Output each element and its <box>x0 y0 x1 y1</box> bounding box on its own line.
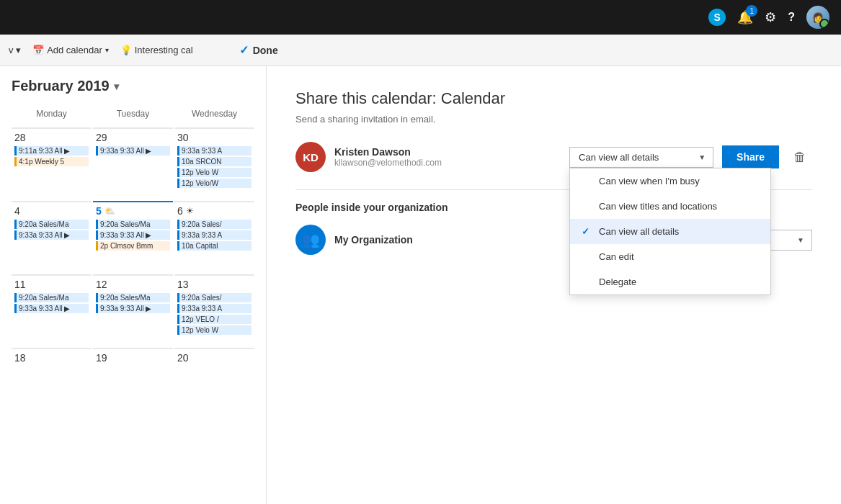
help-icon[interactable]: ? <box>788 11 795 24</box>
check-empty <box>582 251 593 262</box>
settings-icon[interactable]: ⚙ <box>765 9 776 25</box>
cal-cell-20[interactable]: 20 <box>174 348 254 413</box>
org-icon: 👥 <box>302 231 320 248</box>
cal-date-29: 29 <box>96 132 170 143</box>
person-avatar: KD <box>295 142 326 172</box>
dropdown-trigger[interactable]: Can view all details <box>569 147 713 168</box>
top-bar: S 🔔 1 ⚙ ? 👩 <box>0 0 841 35</box>
option-label-1: Can view titles and locations <box>599 201 717 212</box>
done-button[interactable]: ✓ Done <box>233 40 284 60</box>
cal-cell-18[interactable]: 18 <box>12 348 92 413</box>
month-chevron-icon: ▾ <box>114 81 119 92</box>
cal-event: 9:33a 9:33 All ▶ <box>14 304 89 313</box>
interesting-cal-button[interactable]: 💡 Interesting cal <box>120 45 193 55</box>
cal-event: 9:33a 9:33 A <box>177 304 252 313</box>
calendar-week-3: 11 9:20a Sales/Ma 9:33a 9:33 All ▶ 12 9:… <box>12 274 254 339</box>
cal-event: 9:20a Sales/Ma <box>96 293 170 302</box>
cal-event: 9:33a 9:33 All ▶ <box>96 146 170 156</box>
cal-cell-11[interactable]: 11 9:20a Sales/Ma 9:33a 9:33 All ▶ <box>12 274 92 339</box>
month-header[interactable]: February 2019 ▾ <box>12 78 254 94</box>
cal-date-4: 4 <box>14 205 89 217</box>
dropdown-option-1[interactable]: Can view titles and locations <box>570 194 770 219</box>
month-year-label: February 2019 <box>12 78 110 94</box>
done-label: Done <box>253 45 278 56</box>
add-calendar-label: Add calendar <box>47 45 102 55</box>
option-label-3: Can edit <box>599 251 633 262</box>
option-label-2: Can view all details <box>599 226 679 237</box>
cal-event: 9:11a 9:33 All ▶ <box>14 146 89 156</box>
cal-date-18: 18 <box>14 352 89 364</box>
day-header-1: Tuesday <box>93 106 173 122</box>
dropdown-option-3[interactable]: Can edit <box>570 244 770 269</box>
cal-cell-30[interactable]: 30 9:33a 9:33 A 10a SRCON 12p Velo W 12p… <box>174 127 254 192</box>
notifications-icon[interactable]: 🔔 1 <box>737 9 753 25</box>
cal-cell-29[interactable]: 29 9:33a 9:33 All ▶ <box>93 127 173 192</box>
cal-date-28: 28 <box>14 132 89 143</box>
cal-date-5: 5 ⛅ <box>96 205 170 217</box>
share-button[interactable]: Share <box>722 145 779 168</box>
delete-button[interactable]: 🗑 <box>788 147 812 168</box>
cal-event: 9:33a 9:33 All ▶ <box>96 304 170 313</box>
cal-event: 9:33a 9:33 All ▶ <box>14 230 89 240</box>
calendar-week-1: 28 9:11a 9:33 All ▶ 4:1p Weekly 5 29 9:3… <box>12 127 254 192</box>
cal-cell-19[interactable]: 19 <box>93 348 173 413</box>
toolbar-chevron[interactable]: v ▾ <box>9 45 21 55</box>
chevron-icon: v ▾ <box>9 45 21 55</box>
cal-event: 9:33a 9:33 All ▶ <box>96 230 170 240</box>
add-calendar-button[interactable]: 📅 Add calendar ▾ <box>32 45 109 55</box>
calendar-sidebar: February 2019 ▾ Monday Tuesday Wednesday… <box>0 66 267 504</box>
toolbar: v ▾ 📅 Add calendar ▾ 💡 Interesting cal ✓… <box>0 35 841 66</box>
check-selected-icon: ✓ <box>582 226 593 237</box>
check-empty <box>582 176 593 186</box>
user-avatar[interactable]: 👩 <box>806 6 829 29</box>
day-header-0: Monday <box>12 106 92 122</box>
permission-dropdown[interactable]: Can view all details Can view when I'm b… <box>569 147 713 168</box>
cal-event: 4:1p Weekly 5 <box>14 157 89 166</box>
share-panel: Share this calendar: Calendar Send a sha… <box>267 66 841 504</box>
calendar-week-4: 18 19 20 <box>12 348 254 413</box>
cal-event: 9:33a 9:33 A <box>177 146 252 156</box>
done-check-icon: ✓ <box>239 43 249 57</box>
cal-event: 12p VELO / <box>177 315 252 324</box>
bulb-icon: 💡 <box>120 45 132 55</box>
share-subtitle: Send a sharing invitation in email. <box>295 114 812 125</box>
cal-cell-5[interactable]: 5 ⛅ 9:20a Sales/Ma 9:33a 9:33 All ▶ 2p C… <box>93 201 173 266</box>
dropdown-option-2[interactable]: ✓ Can view all details <box>570 219 770 244</box>
dropdown-selected-label: Can view all details <box>579 152 659 163</box>
cal-cell-4[interactable]: 4 9:20a Sales/Ma 9:33a 9:33 All ▶ <box>12 201 92 266</box>
cal-event: 12p Velo W <box>177 168 252 177</box>
option-label-4: Delegate <box>599 276 636 287</box>
calendar-week-2: 4 9:20a Sales/Ma 9:33a 9:33 All ▶ 5 ⛅ 9:… <box>12 201 254 266</box>
cal-date-12: 12 <box>96 279 170 290</box>
weather-icon: ☀ <box>186 206 194 216</box>
cal-event: 12p Velo/W <box>177 179 252 188</box>
skype-icon[interactable]: S <box>708 9 726 26</box>
cal-event: 2p Clmsov Bmm <box>96 241 170 251</box>
cal-event: 9:20a Sales/Ma <box>14 220 89 229</box>
person-info: Kristen Dawson kllawson@velomethodi.com <box>334 146 561 168</box>
option-label-0: Can view when I'm busy <box>599 176 700 186</box>
cal-cell-13[interactable]: 13 9:20a Sales/ 9:33a 9:33 A 12p VELO / … <box>174 274 254 339</box>
cal-event: 9:20a Sales/Ma <box>96 220 170 229</box>
person-name: Kristen Dawson <box>334 146 561 158</box>
cal-event: 10a SRCON <box>177 157 252 166</box>
cal-event: 9:20a Sales/ <box>177 220 252 229</box>
cal-cell-6[interactable]: 6 ☀ 9:20a Sales/ 9:33a 9:33 A 10a Capita… <box>174 201 254 266</box>
main-layout: February 2019 ▾ Monday Tuesday Wednesday… <box>0 66 841 504</box>
check-empty <box>582 276 593 287</box>
notification-badge: 1 <box>746 5 757 17</box>
cal-cell-12[interactable]: 12 9:20a Sales/Ma 9:33a 9:33 All ▶ <box>93 274 173 339</box>
day-header-2: Wednesday <box>174 106 254 122</box>
dropdown-option-0[interactable]: Can view when I'm busy <box>570 168 770 194</box>
org-avatar: 👥 <box>295 225 326 255</box>
interesting-cal-label: Interesting cal <box>135 45 193 55</box>
share-title: Share this calendar: Calendar <box>295 89 812 108</box>
cal-event: 10a Capital <box>177 241 252 251</box>
check-empty <box>582 201 593 212</box>
dropdown-option-4[interactable]: Delegate <box>570 269 770 294</box>
weather-icon: ⛅ <box>104 206 115 216</box>
cal-event: 9:33a 9:33 A <box>177 230 252 240</box>
person-email: kllawson@velomethodi.com <box>334 158 561 168</box>
cal-date-13: 13 <box>177 279 252 290</box>
cal-cell-28[interactable]: 28 9:11a 9:33 All ▶ 4:1p Weekly 5 <box>12 127 92 192</box>
